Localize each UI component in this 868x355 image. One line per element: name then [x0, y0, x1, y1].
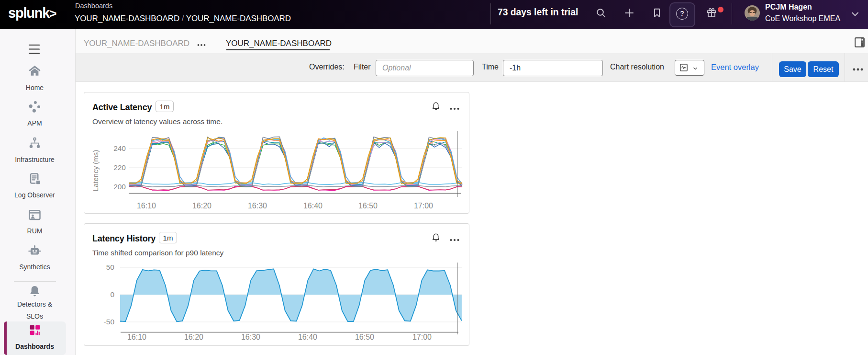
svg-text:Latency (ms): Latency (ms) [91, 150, 100, 192]
svg-text:200: 200 [113, 183, 126, 191]
svg-text:240: 240 [113, 144, 126, 152]
svg-text:16:40: 16:40 [298, 333, 317, 341]
svg-text:0: 0 [110, 290, 114, 298]
svg-text:16:10: 16:10 [137, 202, 156, 210]
svg-text:16:40: 16:40 [303, 202, 323, 210]
svg-text:-50: -50 [104, 318, 115, 326]
svg-text:16:30: 16:30 [248, 202, 267, 210]
svg-text:16:20: 16:20 [184, 333, 203, 341]
svg-text:17:00: 17:00 [414, 202, 433, 210]
svg-text:220: 220 [113, 163, 126, 172]
svg-text:16:10: 16:10 [127, 333, 146, 341]
svg-text:16:20: 16:20 [192, 202, 211, 210]
svg-text:16:30: 16:30 [241, 333, 260, 341]
svg-text:50: 50 [106, 263, 115, 271]
svg-text:16:50: 16:50 [355, 333, 374, 341]
svg-text:16:50: 16:50 [358, 202, 378, 210]
svg-text:17:00: 17:00 [412, 333, 432, 341]
